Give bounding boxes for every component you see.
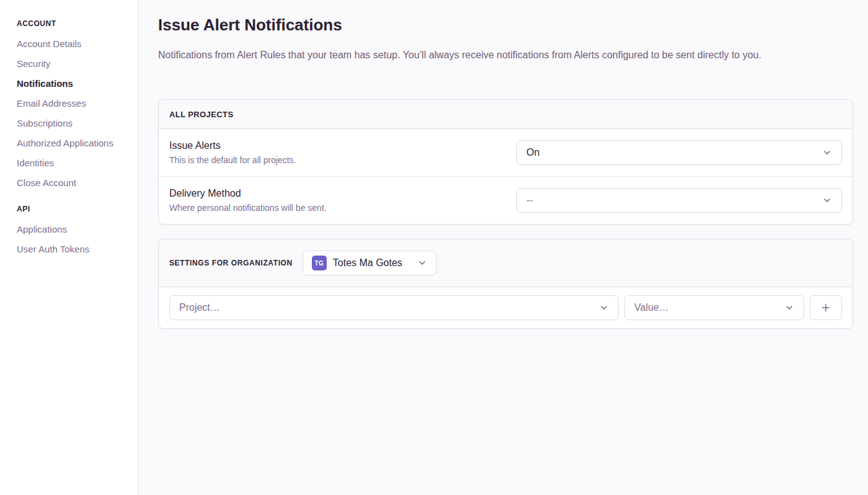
sidebar-item-security[interactable]: Security: [17, 54, 131, 74]
sidebar-item-authorized-applications[interactable]: Authorized Applications: [17, 133, 131, 153]
plus-icon: [820, 302, 831, 313]
value-select-placeholder: Value…: [634, 302, 669, 313]
chevron-down-icon: [599, 303, 609, 313]
sidebar-item-user-auth-tokens[interactable]: User Auth Tokens: [17, 239, 131, 259]
sidebar-section-api: API Applications User Auth Tokens: [17, 204, 131, 259]
chevron-down-icon: [822, 148, 832, 158]
organization-settings-panel: SETTINGS FOR ORGANIZATION TG Totes Ma Go…: [158, 239, 853, 329]
main-content: Issue Alert Notifications Notifications …: [139, 0, 868, 329]
delivery-method-help: Where personal notifications will be sen…: [169, 202, 327, 214]
issue-alerts-label: Issue Alerts: [169, 139, 296, 152]
sidebar-item-notifications[interactable]: Notifications: [17, 74, 131, 94]
page-title: Issue Alert Notifications: [158, 15, 853, 35]
organization-select[interactable]: TG Totes Ma Gotes: [303, 251, 436, 275]
delivery-method-row: Delivery Method Where personal notificat…: [159, 176, 852, 224]
sidebar-section-account: ACCOUNT Account Details Security Notific…: [17, 19, 131, 193]
sidebar-section-header-api: API: [17, 204, 131, 214]
project-select[interactable]: Project…: [169, 295, 619, 320]
organization-panel-body: Project… Value…: [159, 287, 852, 328]
delivery-method-select-value: --: [526, 195, 533, 206]
delivery-method-select[interactable]: --: [516, 188, 842, 213]
page-description: Notifications from Alert Rules that your…: [158, 48, 853, 62]
sidebar-item-applications[interactable]: Applications: [17, 220, 131, 239]
all-projects-panel-header: ALL PROJECTS: [159, 100, 852, 129]
sidebar-item-account-details[interactable]: Account Details: [17, 34, 131, 54]
chevron-down-icon: [784, 303, 794, 313]
chevron-down-icon: [822, 195, 832, 205]
project-select-placeholder: Project…: [179, 302, 220, 313]
sidebar-item-email-addresses[interactable]: Email Addresses: [17, 94, 131, 114]
delivery-method-label: Delivery Method: [169, 187, 327, 200]
organization-panel-header: SETTINGS FOR ORGANIZATION TG Totes Ma Go…: [159, 239, 852, 287]
issue-alerts-row: Issue Alerts This is the default for all…: [159, 129, 852, 176]
issue-alerts-help: This is the default for all projects.: [169, 154, 296, 166]
issue-alerts-select[interactable]: On: [516, 140, 842, 165]
all-projects-panel: ALL PROJECTS Issue Alerts This is the de…: [158, 99, 853, 225]
issue-alerts-select-value: On: [526, 147, 539, 158]
settings-sidebar: ACCOUNT Account Details Security Notific…: [0, 0, 139, 495]
sidebar-section-header-account: ACCOUNT: [17, 19, 131, 29]
organization-avatar: TG: [312, 256, 327, 270]
settings-for-organization-label: SETTINGS FOR ORGANIZATION: [169, 259, 293, 267]
sidebar-item-subscriptions[interactable]: Subscriptions: [17, 114, 131, 133]
add-fine-tune-button[interactable]: [810, 295, 842, 320]
sidebar-item-identities[interactable]: Identities: [17, 153, 131, 173]
organization-select-value: Totes Ma Gotes: [333, 257, 402, 269]
chevron-down-icon: [417, 258, 427, 268]
issue-alerts-field-desc: Issue Alerts This is the default for all…: [169, 139, 296, 166]
sidebar-item-close-account[interactable]: Close Account: [17, 173, 131, 193]
value-select[interactable]: Value…: [624, 295, 804, 320]
delivery-method-field-desc: Delivery Method Where personal notificat…: [169, 187, 327, 214]
